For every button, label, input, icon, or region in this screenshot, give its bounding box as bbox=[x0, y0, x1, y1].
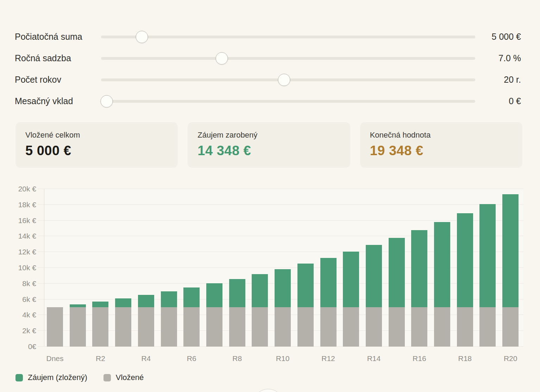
bar-segment-interest[interactable] bbox=[138, 295, 154, 307]
stacked-bar[interactable] bbox=[366, 245, 382, 347]
stacked-bar[interactable] bbox=[70, 304, 86, 347]
bar-segment-interest[interactable] bbox=[389, 238, 405, 307]
growth-chart: 0€2k €4k €6k €8k €10k €12k €14k €16k €18… bbox=[0, 184, 540, 392]
bar-segment-invested[interactable] bbox=[92, 307, 108, 347]
bar-segment-interest[interactable] bbox=[275, 269, 291, 307]
annual-rate-slider[interactable] bbox=[101, 57, 475, 60]
bar-segment-interest[interactable] bbox=[92, 302, 108, 307]
bar-segment-invested[interactable] bbox=[457, 307, 473, 347]
bar-segment-invested[interactable] bbox=[206, 307, 222, 347]
bar-segment-interest[interactable] bbox=[457, 213, 473, 307]
y-tick-label: 20k € bbox=[0, 184, 36, 194]
slider-label: Počet rokov bbox=[15, 75, 101, 85]
bar-segment-invested[interactable] bbox=[138, 307, 154, 347]
slider-row-years: Počet rokov 20 r. bbox=[15, 69, 521, 90]
bar-segment-interest[interactable] bbox=[297, 264, 314, 307]
y-tick-label: 12k € bbox=[0, 247, 36, 257]
stacked-bar[interactable] bbox=[115, 298, 131, 347]
bar-segment-interest[interactable] bbox=[183, 287, 200, 307]
bar-segment-interest[interactable] bbox=[502, 194, 519, 307]
bar-segment-interest[interactable] bbox=[479, 204, 496, 307]
slider-row-initial-sum: Počiatočná suma 5 000 € bbox=[15, 26, 521, 48]
bar-segment-interest[interactable] bbox=[434, 222, 450, 307]
stacked-bar[interactable] bbox=[92, 302, 108, 347]
bar-segment-invested[interactable] bbox=[320, 307, 337, 347]
slider-thumb[interactable] bbox=[216, 52, 228, 64]
stacked-bar[interactable] bbox=[47, 307, 63, 347]
bar-segment-invested[interactable] bbox=[297, 307, 314, 347]
bar-segment-invested[interactable] bbox=[343, 307, 359, 347]
bar-segment-invested[interactable] bbox=[434, 307, 450, 347]
slider-thumb[interactable] bbox=[278, 74, 290, 86]
x-tick-label: R6 bbox=[187, 354, 196, 363]
bar-segment-interest[interactable] bbox=[320, 258, 337, 307]
stacked-bar[interactable] bbox=[252, 274, 268, 347]
stacked-bar[interactable] bbox=[343, 252, 359, 347]
stacked-bar[interactable] bbox=[479, 204, 496, 347]
stacked-bar[interactable] bbox=[297, 264, 314, 347]
bar-segment-interest[interactable] bbox=[366, 245, 382, 307]
gridline bbox=[38, 252, 523, 252]
stacked-bar[interactable] bbox=[206, 283, 222, 347]
x-tick-label: R10 bbox=[276, 354, 290, 363]
stacked-bar[interactable] bbox=[229, 279, 245, 347]
legend-item-interest[interactable]: Záujem (zložený) bbox=[15, 373, 87, 382]
bar-segment-invested[interactable] bbox=[47, 307, 63, 347]
bar-segment-interest[interactable] bbox=[161, 291, 177, 307]
bar-segment-interest[interactable] bbox=[70, 304, 86, 307]
x-tick-label: R16 bbox=[413, 354, 426, 363]
stacked-bar[interactable] bbox=[411, 230, 427, 347]
stat-card-label: Konečná hodnota bbox=[370, 131, 513, 140]
bar-segment-interest[interactable] bbox=[206, 283, 222, 307]
y-tick-label: 14k € bbox=[0, 232, 36, 241]
bar-segment-interest[interactable] bbox=[229, 279, 245, 307]
y-tick-label: 6k € bbox=[0, 295, 36, 304]
y-axis-line bbox=[44, 189, 44, 347]
bar-segment-invested[interactable] bbox=[161, 307, 177, 347]
x-tick-label: R8 bbox=[232, 354, 242, 363]
slider-row-monthly-deposit: Mesačný vklad 0 € bbox=[15, 90, 521, 112]
gridline bbox=[38, 189, 523, 189]
slider-thumb[interactable] bbox=[136, 31, 148, 43]
stacked-bar[interactable] bbox=[275, 269, 291, 347]
bar-segment-invested[interactable] bbox=[502, 307, 519, 347]
bar-segment-invested[interactable] bbox=[366, 307, 382, 347]
bar-segment-invested[interactable] bbox=[389, 307, 405, 347]
monthly-deposit-slider[interactable] bbox=[101, 100, 475, 103]
slider-label: Počiatočná suma bbox=[15, 32, 101, 42]
slider-value: 7.0 % bbox=[475, 53, 521, 63]
slider-thumb[interactable] bbox=[100, 95, 113, 107]
stacked-bar[interactable] bbox=[502, 194, 519, 347]
bar-segment-invested[interactable] bbox=[183, 307, 200, 347]
gridline bbox=[38, 236, 523, 236]
bar-segment-invested[interactable] bbox=[70, 307, 86, 347]
x-tick-label: R18 bbox=[458, 354, 472, 363]
bar-segment-invested[interactable] bbox=[252, 307, 268, 347]
stacked-bar[interactable] bbox=[138, 295, 154, 347]
bar-segment-invested[interactable] bbox=[115, 307, 131, 347]
bar-segment-interest[interactable] bbox=[343, 252, 359, 307]
stacked-bar[interactable] bbox=[434, 222, 450, 347]
x-axis-labels: DnesR2R4R6R8R10R12R14R16R18R20 bbox=[44, 354, 523, 365]
stat-card-interest-earned: Záujem zarobený 14 348 € bbox=[188, 122, 350, 168]
stacked-bar[interactable] bbox=[161, 291, 177, 347]
years-slider[interactable] bbox=[101, 78, 475, 81]
stacked-bar[interactable] bbox=[389, 238, 405, 347]
legend-item-invested[interactable]: Vložené bbox=[103, 373, 144, 382]
y-tick-label: 10k € bbox=[0, 263, 36, 272]
gridline bbox=[38, 204, 523, 205]
stat-card-total-invested: Vložené celkom 5 000 € bbox=[15, 122, 178, 168]
stacked-bar[interactable] bbox=[457, 213, 473, 347]
bar-segment-invested[interactable] bbox=[479, 307, 496, 347]
bar-segment-invested[interactable] bbox=[229, 307, 245, 347]
stacked-bar[interactable] bbox=[320, 258, 337, 347]
y-tick-label: 2k € bbox=[0, 326, 36, 335]
bar-segment-interest[interactable] bbox=[411, 230, 427, 307]
bar-segment-invested[interactable] bbox=[411, 307, 427, 347]
stacked-bar[interactable] bbox=[183, 287, 200, 347]
bar-segment-interest[interactable] bbox=[252, 274, 268, 307]
bar-segment-invested[interactable] bbox=[275, 307, 291, 347]
x-tick-label: R4 bbox=[141, 354, 151, 363]
bar-segment-interest[interactable] bbox=[115, 298, 131, 307]
initial-sum-slider[interactable] bbox=[101, 36, 475, 38]
